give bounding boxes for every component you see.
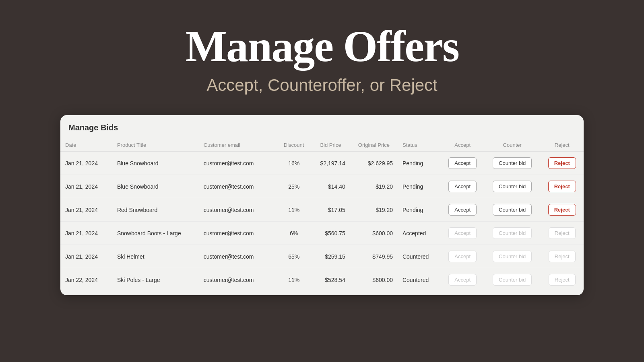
cell-reject-action: Reject [541, 268, 584, 292]
cell-date: Jan 21, 2024 [60, 175, 112, 198]
cell-reject-action: Reject [541, 222, 584, 245]
cell-product: Ski Poles - Large [112, 268, 199, 292]
cell-email: customer@test.com [199, 268, 277, 292]
cell-accept-action: Accept [441, 222, 484, 245]
cell-date: Jan 21, 2024 [60, 152, 112, 175]
cell-accept-action: Accept [441, 245, 484, 268]
cell-reject-action[interactable]: Reject [541, 198, 584, 222]
accept-button: Accept [448, 274, 477, 286]
accept-button: Accept [448, 227, 477, 239]
accept-button[interactable]: Accept [448, 181, 477, 192]
table-row: Jan 21, 2024 Red Snowboard customer@test… [60, 198, 584, 222]
cell-reject-action: Reject [541, 245, 584, 268]
cell-counter-action: Counter bid [484, 222, 541, 245]
cell-email: customer@test.com [199, 222, 277, 245]
cell-email: customer@test.com [199, 245, 277, 268]
table-row: Jan 21, 2024 Ski Helmet customer@test.co… [60, 245, 584, 268]
reject-button: Reject [549, 274, 576, 286]
counter-bid-button[interactable]: Counter bid [493, 181, 532, 192]
manage-bids-panel: Manage Bids Date Product Title Customer … [60, 115, 584, 295]
col-header-original: Original Price [350, 139, 398, 152]
col-header-counter: Counter [484, 139, 541, 152]
bids-table: Date Product Title Customer email Discou… [60, 139, 584, 291]
cell-original-price: $600.00 [350, 222, 398, 245]
col-header-discount: Discount [277, 139, 311, 152]
col-header-reject: Reject [541, 139, 584, 152]
cell-email: customer@test.com [199, 198, 277, 222]
counter-bid-button[interactable]: Counter bid [493, 204, 532, 216]
reject-button[interactable]: Reject [548, 181, 576, 192]
cell-discount: 6% [277, 222, 311, 245]
cell-status: Accepted [398, 222, 441, 245]
col-header-bid: Bid Price [311, 139, 350, 152]
table-title: Manage Bids [60, 123, 584, 139]
cell-accept-action[interactable]: Accept [441, 198, 484, 222]
cell-email: customer@test.com [199, 152, 277, 175]
cell-accept-action[interactable]: Accept [441, 175, 484, 198]
col-header-date: Date [60, 139, 112, 152]
reject-button[interactable]: Reject [548, 157, 576, 169]
cell-original-price: $19.20 [350, 175, 398, 198]
col-header-email: Customer email [199, 139, 277, 152]
page-subtitle: Accept, Counteroffer, or Reject [0, 76, 644, 95]
cell-bid-price: $259.15 [311, 245, 350, 268]
cell-status: Pending [398, 152, 441, 175]
cell-date: Jan 22, 2024 [60, 268, 112, 292]
table-row: Jan 21, 2024 Blue Snowboard customer@tes… [60, 152, 584, 175]
cell-counter-action[interactable]: Counter bid [484, 198, 541, 222]
counter-bid-button[interactable]: Counter bid [493, 157, 532, 169]
cell-status: Countered [398, 245, 441, 268]
cell-bid-price: $560.75 [311, 222, 350, 245]
cell-bid-price: $17.05 [311, 198, 350, 222]
cell-original-price: $2,629.95 [350, 152, 398, 175]
table-row: Jan 22, 2024 Ski Poles - Large customer@… [60, 268, 584, 292]
cell-reject-action[interactable]: Reject [541, 152, 584, 175]
reject-button[interactable]: Reject [548, 204, 576, 216]
cell-product: Ski Helmet [112, 245, 199, 268]
page-title: Manage Offers [0, 24, 644, 68]
accept-button[interactable]: Accept [448, 204, 477, 216]
cell-counter-action: Counter bid [484, 268, 541, 292]
accept-button: Accept [448, 251, 477, 262]
cell-status: Countered [398, 268, 441, 292]
cell-product: Snowboard Boots - Large [112, 222, 199, 245]
counter-bid-button: Counter bid [493, 274, 532, 286]
col-header-accept: Accept [441, 139, 484, 152]
cell-original-price: $749.95 [350, 245, 398, 268]
cell-counter-action[interactable]: Counter bid [484, 152, 541, 175]
accept-button[interactable]: Accept [448, 157, 477, 169]
cell-status: Pending [398, 175, 441, 198]
cell-date: Jan 21, 2024 [60, 222, 112, 245]
col-header-status: Status [398, 139, 441, 152]
table-row: Jan 21, 2024 Blue Snowboard customer@tes… [60, 175, 584, 198]
cell-reject-action[interactable]: Reject [541, 175, 584, 198]
cell-status: Pending [398, 198, 441, 222]
cell-discount: 11% [277, 198, 311, 222]
cell-accept-action[interactable]: Accept [441, 152, 484, 175]
cell-discount: 65% [277, 245, 311, 268]
cell-product: Blue Snowboard [112, 175, 199, 198]
reject-button: Reject [549, 251, 576, 262]
col-header-product: Product Title [112, 139, 199, 152]
reject-button: Reject [549, 227, 576, 239]
counter-bid-button: Counter bid [493, 251, 532, 262]
cell-original-price: $19.20 [350, 198, 398, 222]
cell-bid-price: $2,197.14 [311, 152, 350, 175]
cell-counter-action: Counter bid [484, 245, 541, 268]
cell-email: customer@test.com [199, 175, 277, 198]
table-row: Jan 21, 2024 Snowboard Boots - Large cus… [60, 222, 584, 245]
cell-discount: 25% [277, 175, 311, 198]
cell-original-price: $600.00 [350, 268, 398, 292]
cell-discount: 11% [277, 268, 311, 292]
cell-product: Red Snowboard [112, 198, 199, 222]
cell-product: Blue Snowboard [112, 152, 199, 175]
counter-bid-button: Counter bid [493, 227, 532, 239]
hero-section: Manage Offers Accept, Counteroffer, or R… [0, 0, 644, 103]
cell-accept-action: Accept [441, 268, 484, 292]
cell-discount: 16% [277, 152, 311, 175]
cell-date: Jan 21, 2024 [60, 245, 112, 268]
cell-bid-price: $14.40 [311, 175, 350, 198]
cell-date: Jan 21, 2024 [60, 198, 112, 222]
cell-counter-action[interactable]: Counter bid [484, 175, 541, 198]
cell-bid-price: $528.54 [311, 268, 350, 292]
